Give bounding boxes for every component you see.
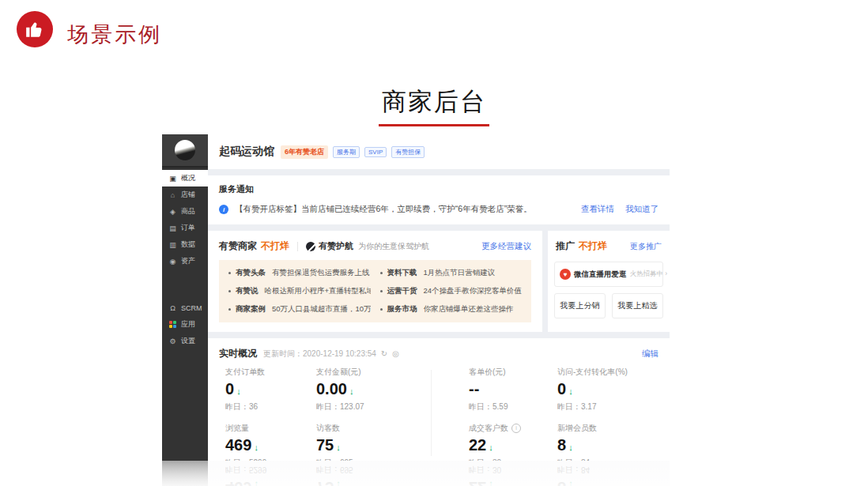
store-header: 起码运动馆 6年有赞老店 服务期 SVIP 有赞担保	[208, 134, 670, 169]
sidebar-item-overview[interactable]: ▣ 概况	[162, 170, 208, 186]
bullet-icon	[380, 308, 383, 311]
bullet-icon	[228, 290, 231, 292]
service-period-badge: 服务期	[333, 146, 360, 158]
sidebar-spacer	[162, 269, 208, 300]
notice-text: 【有赞开店标签】当前店铺已连续经营6年，立即续费，守护“6年有赞老店”荣誉。	[235, 204, 532, 215]
divider	[297, 242, 298, 251]
sidebar-item-data[interactable]: ▥ 数据	[162, 236, 208, 253]
page-title: 商家后台	[0, 85, 868, 119]
orders-icon: ▤	[168, 224, 177, 232]
view-details-link[interactable]: 查看详情	[581, 204, 614, 215]
assets-icon: ◉	[168, 258, 177, 266]
join-distribution-button[interactable]: 我要上分销	[554, 293, 606, 318]
trend-down-icon: ↓	[568, 386, 573, 396]
store-age-badge: 6年有赞老店	[281, 145, 328, 159]
sidebar-item-apps[interactable]: 应用	[162, 316, 208, 333]
store-name: 起码运动馆	[219, 145, 274, 159]
merchant-title: 有赞商家	[219, 239, 257, 253]
stat-visitors: 访客数 75↓ 昨日：695	[316, 423, 469, 461]
info-icon: i	[219, 205, 228, 214]
refresh-icon[interactable]: ↻	[381, 349, 387, 358]
stats-reflection: 469↓ 昨日：5299 75↓ 昨日：695 22↓ 昨日：30 8↓ 昨日：…	[208, 464, 670, 486]
service-notice-card: 服务通知 i 【有赞开店标签】当前店铺已连续经营6年，立即续费，守护“6年有赞老…	[208, 175, 670, 224]
edit-link[interactable]: 编辑	[642, 348, 659, 360]
sidebar-item-goods[interactable]: ◈ 商品	[162, 203, 208, 220]
stat-new-members: 新增会员数 8↓ 昨日：84	[557, 423, 670, 461]
promotion-title: 推广	[556, 239, 575, 253]
merchant-status: 不打烊	[261, 239, 289, 253]
stat-conversion-rate: 访问-支付转化率(%) 0↓ 昨日：3.17	[557, 367, 670, 413]
bullet-icon	[228, 308, 231, 311]
wechat-live-entry[interactable]: ♥ 微信直播用爱逛 火热招募中 ›	[554, 262, 663, 287]
store-avatar	[175, 140, 195, 160]
service-notice-title: 服务通知	[219, 183, 659, 195]
stat-paid-orders: 支付订单数 0↓ 昨日：36	[225, 367, 316, 413]
feed-item[interactable]: 资料下载 1月热点节日营销建议	[380, 268, 523, 278]
sidebar-reflection	[162, 461, 208, 486]
feed-item[interactable]: 商家案例 50万人口县城超市直播，10万人看	[228, 304, 371, 315]
merchant-open-card: 有赞商家 不打烊 有赞护航 为你的生意保驾护航 更多经营建议 有赞头条	[208, 231, 542, 332]
sidebar-item-store[interactable]: ⌂ 店铺	[162, 186, 208, 203]
overview-icon: ▣	[168, 175, 177, 183]
feed-item[interactable]: 有赞说 哈根达斯用小程序+直播转型私域	[228, 286, 371, 296]
escort-subtitle: 为你的生意保驾护航	[358, 241, 429, 252]
stats-group-divider	[431, 370, 432, 456]
data-icon: ▥	[168, 241, 177, 249]
thumbs-up-icon	[17, 11, 53, 47]
sidebar-item-scrm[interactable]: Ω SCRM	[162, 300, 208, 316]
feed-item[interactable]: 服务市场 你家店铺爆单还差这些操作	[380, 304, 523, 315]
scrm-icon: Ω	[168, 304, 177, 312]
escort-logo-icon	[306, 242, 315, 251]
trend-down-icon: ↓	[336, 443, 341, 452]
escort-title: 有赞护航	[319, 240, 353, 252]
apps-grid-icon	[169, 321, 176, 328]
eye-icon[interactable]: ◎	[392, 349, 399, 358]
realtime-overview-card: 实时概况 更新时间：2020-12-19 10:23:54 ↻ ◎ 编辑 支付订…	[208, 338, 670, 461]
acknowledge-link[interactable]: 我知道了	[625, 204, 659, 215]
store-icon: ⌂	[168, 191, 177, 199]
trend-down-icon: ↓	[489, 443, 493, 452]
bullet-icon	[380, 272, 383, 274]
updated-timestamp: 更新时间：2020-12-19 10:23:54	[263, 348, 376, 360]
trend-down-icon: ↓	[568, 443, 573, 452]
stat-pageviews: 浏览量 469↓ 昨日：5299	[225, 423, 316, 461]
sidebar-item-assets[interactable]: ◉ 资产	[162, 253, 208, 269]
goods-icon: ◈	[168, 208, 177, 216]
news-feed-panel: 有赞头条 有赞担保退货包运费服务上线 有赞说 哈根达斯用小程序+直播转型私域 商…	[219, 260, 531, 322]
stat-paid-amount: 支付金额(元) 0.00↓ 昨日：123.07	[316, 367, 469, 413]
trend-down-icon: ↓	[236, 386, 241, 396]
dashboard-reflection: 469↓ 昨日：5299 75↓ 昨日：695 22↓ 昨日：30 8↓ 昨日：…	[162, 461, 670, 486]
sidebar: ▣ 概况 ⌂ 店铺 ◈ 商品 ▤ 订单 ▥ 数据	[162, 134, 208, 461]
trend-down-icon: ↓	[349, 386, 354, 396]
stat-avg-order-value: 客单价(元) -- 昨日：5.59	[469, 367, 557, 413]
main-content: 起码运动馆 6年有赞老店 服务期 SVIP 有赞担保 服务通知 i 【有赞开店标…	[208, 134, 670, 461]
title-underline	[379, 124, 489, 126]
sidebar-item-settings[interactable]: ⚙ 设置	[162, 333, 208, 349]
store-logo[interactable]	[162, 134, 208, 168]
bullet-icon	[228, 272, 231, 274]
feed-item[interactable]: 运营干货 24个操盘手教你深挖客单价值	[380, 286, 523, 296]
slide-section-label: 场景示例	[67, 21, 162, 49]
promotion-status: 不打烊	[579, 239, 607, 253]
gear-icon: ⚙	[168, 337, 177, 345]
promotion-card: 推广 不打烊 更多推广 ♥ 微信直播用爱逛 火热招募中 › 我要上分销 我要上精…	[548, 231, 670, 332]
wechat-live-title: 微信直播用爱逛	[574, 269, 627, 280]
recruiting-status: 火热招募中 ›	[630, 269, 668, 279]
aiguang-heart-icon: ♥	[560, 269, 571, 280]
sidebar-item-orders[interactable]: ▤ 订单	[162, 220, 208, 236]
info-tooltip-icon[interactable]: i	[511, 424, 521, 433]
stat-paying-customers: 成交客户数i 22↓ 昨日：30	[469, 423, 557, 461]
more-promotion-link[interactable]: 更多推广	[630, 241, 662, 252]
svip-badge: SVIP	[364, 147, 387, 157]
slide: 场景示例 商家后台 ▣ 概况 ⌂ 店铺 ◈ 商品	[0, 0, 868, 486]
realtime-title: 实时概况	[219, 347, 257, 360]
merchant-dashboard: ▣ 概况 ⌂ 店铺 ◈ 商品 ▤ 订单 ▥ 数据	[162, 134, 670, 486]
feed-item[interactable]: 有赞头条 有赞担保退货包运费服务上线	[228, 268, 371, 278]
join-featured-button[interactable]: 我要上精选	[612, 293, 663, 318]
bullet-icon	[380, 290, 383, 292]
trend-down-icon: ↓	[254, 443, 259, 452]
guarantee-badge: 有赞担保	[391, 146, 425, 158]
more-advice-link[interactable]: 更多经营建议	[481, 241, 531, 252]
notice-row: i 【有赞开店标签】当前店铺已连续经营6年，立即续费，守护“6年有赞老店”荣誉。…	[219, 204, 659, 215]
